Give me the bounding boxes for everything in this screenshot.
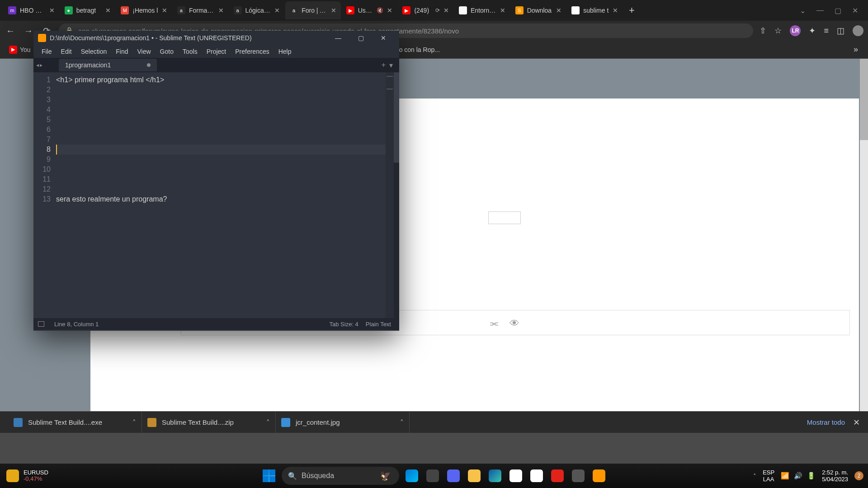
reload-icon[interactable]: ⟳ [435, 7, 440, 14]
start-button[interactable] [260, 467, 278, 485]
taskbar-app-chat[interactable] [444, 467, 462, 485]
minimize-icon[interactable]: — [816, 6, 824, 15]
browser-tab[interactable]: ▶(249)⟳✕ [398, 1, 453, 19]
forward-button[interactable]: → [23, 26, 34, 36]
editor-scrollbar[interactable] [394, 72, 399, 318]
language-indicator[interactable]: ESP LAA [763, 469, 774, 483]
tray-overflow-icon[interactable]: ˄ [753, 473, 756, 479]
browser-tab[interactable]: aLógica de✕ [229, 1, 285, 19]
menu-view[interactable]: View [134, 47, 155, 56]
tab-dropdown-icon[interactable]: ⌄ [800, 6, 806, 15]
close-icon[interactable]: ✕ [852, 6, 858, 15]
taskbar-app-task-view[interactable] [424, 467, 442, 485]
sublime-minimize-icon[interactable]: — [327, 34, 349, 42]
tab-close-icon[interactable]: ✕ [556, 7, 561, 14]
side-panel-icon[interactable]: ◫ [837, 26, 844, 36]
sublime-titlebar[interactable]: D:\Info\Documents\1programacion1 • - Sub… [33, 31, 399, 45]
tab-prev-icon[interactable]: ◂ [36, 62, 39, 68]
menu-file[interactable]: File [38, 47, 56, 56]
tab-menu-icon[interactable]: ▾ [389, 61, 393, 70]
tab-close-icon[interactable]: ✕ [387, 7, 392, 14]
taskbar-search[interactable]: 🔍 Búsqueda 🦅 [282, 467, 399, 485]
tab-size[interactable]: Tab Size: 4 [326, 321, 362, 328]
tab-add-icon[interactable]: + [382, 61, 386, 70]
editor-tab[interactable]: 1programacion1 [59, 59, 157, 71]
download-item[interactable]: Sublime Text Build....exe˄ [8, 412, 142, 433]
taskbar-app-start[interactable] [403, 467, 421, 485]
battery-icon[interactable]: 🔋 [807, 472, 816, 480]
tab-close-icon[interactable]: ✕ [274, 7, 280, 14]
download-menu-icon[interactable]: ˄ [400, 418, 404, 427]
back-button[interactable]: ← [5, 26, 16, 36]
browser-tab[interactable]: mHBO Max✕ [4, 1, 59, 19]
preview-icon[interactable]: 👁 [509, 318, 519, 329]
sublime-editor[interactable]: 12345678910111213 <h1> primer programa h… [33, 72, 399, 318]
tab-close-icon[interactable]: ✕ [443, 7, 449, 14]
minimap[interactable] [386, 72, 394, 318]
taskbar-app-store[interactable] [507, 467, 525, 485]
link-icon[interactable]: ⫘ [489, 318, 499, 329]
volume-icon[interactable]: 🔊 [794, 472, 802, 480]
new-tab-button[interactable]: + [623, 5, 640, 16]
browser-tab[interactable]: M¡Hemos l✕ [116, 1, 172, 19]
taskbar-app-settings[interactable] [569, 467, 587, 485]
taskbar-app-chrome[interactable] [528, 467, 546, 485]
tab-close-icon[interactable]: ✕ [105, 7, 111, 14]
bookmark-star-icon[interactable]: ☆ [774, 26, 782, 36]
editor-tab[interactable] [46, 59, 59, 71]
menu-find[interactable]: Find [112, 47, 132, 56]
notification-badge[interactable]: 2 [854, 471, 863, 480]
maximize-icon[interactable]: ▢ [835, 6, 841, 15]
widgets-button[interactable]: EURUSD -0,47% [0, 469, 55, 482]
sublime-close-icon[interactable]: ✕ [372, 34, 395, 42]
tab-close-icon[interactable]: ✕ [331, 7, 336, 14]
tab-close-icon[interactable]: ✕ [218, 7, 224, 14]
menu-selection[interactable]: Selection [77, 47, 111, 56]
tab-close-icon[interactable]: ✕ [162, 7, 167, 14]
user-avatar[interactable] [853, 25, 863, 36]
cursor-position[interactable]: Line 8, Column 1 [51, 321, 102, 328]
download-menu-icon[interactable]: ˄ [132, 418, 136, 427]
browser-tab[interactable]: aFormació✕ [173, 1, 228, 19]
syntax-mode[interactable]: Plain Text [362, 321, 395, 328]
browser-tab[interactable]: ▶Uso D🔇✕ [342, 1, 397, 19]
taskbar-app-sublime[interactable] [590, 467, 608, 485]
tab-close-icon[interactable]: ✕ [613, 7, 618, 14]
browser-tab[interactable]: ●betragt✕ [60, 1, 116, 19]
browser-tab[interactable]: WEntorno d✕ [454, 1, 510, 19]
tab-close-icon[interactable]: ✕ [500, 7, 505, 14]
downloads-close-icon[interactable]: ✕ [853, 418, 860, 427]
panel-switcher-icon[interactable] [38, 321, 44, 327]
tab-close-icon[interactable]: ✕ [49, 7, 55, 14]
download-menu-icon[interactable]: ˄ [266, 418, 270, 427]
menu-preferences[interactable]: Preferences [231, 47, 273, 56]
clock[interactable]: 2:52 p. m. 5/04/2023 [822, 469, 848, 483]
downloads-show-all[interactable]: Mostrar todo [807, 418, 853, 426]
reading-list-icon[interactable]: ≡ [824, 26, 829, 36]
menu-project[interactable]: Project [203, 47, 230, 56]
share-icon[interactable]: ⇧ [760, 26, 766, 36]
taskbar-app-acrobat[interactable] [548, 467, 566, 485]
extensions-icon[interactable]: ✦ [809, 26, 816, 36]
tab-next-icon[interactable]: ▸ [40, 62, 42, 68]
code-area[interactable]: <h1> primer programa html </h1>sera esto… [56, 72, 386, 318]
menu-goto[interactable]: Goto [156, 47, 177, 56]
wifi-icon[interactable]: 📶 [781, 472, 789, 480]
page-scrollbar[interactable] [860, 59, 868, 433]
taskbar-app-edge[interactable] [486, 467, 504, 485]
browser-tab[interactable]: Gsublime t✕ [567, 1, 623, 19]
taskbar-app-explorer[interactable] [465, 467, 483, 485]
menu-edit[interactable]: Edit [57, 47, 75, 56]
bookmark-item[interactable]: ▶You [5, 44, 34, 56]
menu-tools[interactable]: Tools [179, 47, 201, 56]
download-item[interactable]: jcr_content.jpg˄ [276, 412, 410, 433]
browser-tab[interactable]: SDownloa✕ [511, 1, 566, 19]
download-item[interactable]: Sublime Text Build....zip˄ [142, 412, 276, 433]
sublime-maximize-icon[interactable]: ▢ [349, 34, 372, 42]
profile-avatar[interactable]: LR [790, 25, 801, 36]
browser-tab[interactable]: aForo | Alu✕ [285, 1, 341, 19]
page-text-input[interactable] [488, 211, 521, 224]
mute-icon[interactable]: 🔇 [377, 7, 383, 14]
menu-help[interactable]: Help [275, 47, 295, 56]
bookmarks-overflow-icon[interactable]: » [849, 45, 863, 54]
